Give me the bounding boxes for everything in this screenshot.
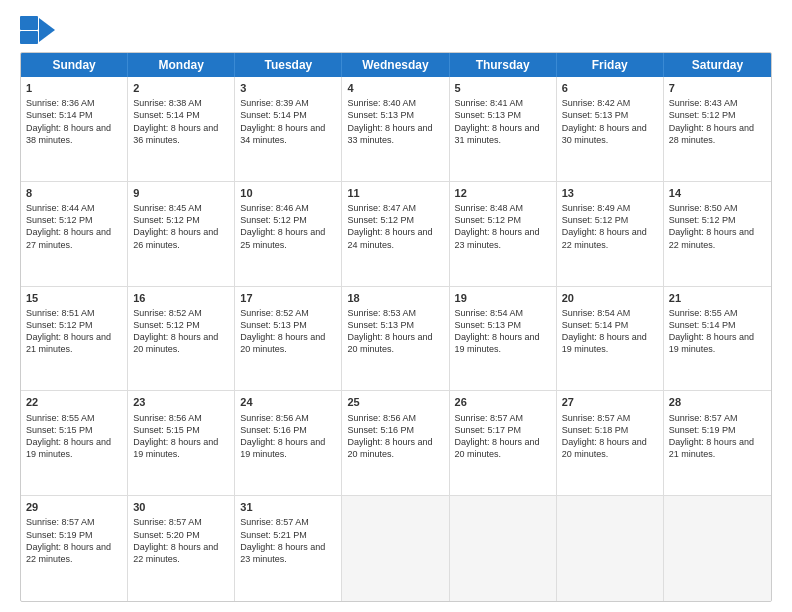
day-info: Sunrise: 8:45 AMSunset: 5:12 PMDaylight:… [133, 202, 229, 251]
day-info: Sunrise: 8:55 AMSunset: 5:14 PMDaylight:… [669, 307, 766, 356]
calendar-body: 1Sunrise: 8:36 AMSunset: 5:14 PMDaylight… [21, 77, 771, 601]
day-info: Sunrise: 8:46 AMSunset: 5:12 PMDaylight:… [240, 202, 336, 251]
day-number: 5 [455, 81, 551, 95]
day-number: 16 [133, 291, 229, 305]
day-cell-28: 28Sunrise: 8:57 AMSunset: 5:19 PMDayligh… [664, 391, 771, 495]
weekday-header-wednesday: Wednesday [342, 53, 449, 77]
day-number: 10 [240, 186, 336, 200]
week-row-1: 1Sunrise: 8:36 AMSunset: 5:14 PMDaylight… [21, 77, 771, 182]
day-number: 14 [669, 186, 766, 200]
weekday-header-friday: Friday [557, 53, 664, 77]
svg-rect-0 [20, 16, 38, 30]
day-number: 11 [347, 186, 443, 200]
day-number: 2 [133, 81, 229, 95]
day-info: Sunrise: 8:54 AMSunset: 5:13 PMDaylight:… [455, 307, 551, 356]
logo-icon [20, 16, 56, 44]
day-info: Sunrise: 8:36 AMSunset: 5:14 PMDaylight:… [26, 97, 122, 146]
day-number: 12 [455, 186, 551, 200]
day-info: Sunrise: 8:57 AMSunset: 5:19 PMDaylight:… [669, 412, 766, 461]
day-number: 30 [133, 500, 229, 514]
week-row-2: 8Sunrise: 8:44 AMSunset: 5:12 PMDaylight… [21, 182, 771, 287]
week-row-3: 15Sunrise: 8:51 AMSunset: 5:12 PMDayligh… [21, 287, 771, 392]
day-number: 6 [562, 81, 658, 95]
day-cell-31: 31Sunrise: 8:57 AMSunset: 5:21 PMDayligh… [235, 496, 342, 601]
day-cell-13: 13Sunrise: 8:49 AMSunset: 5:12 PMDayligh… [557, 182, 664, 286]
day-number: 1 [26, 81, 122, 95]
header [20, 16, 772, 44]
day-cell-4: 4Sunrise: 8:40 AMSunset: 5:13 PMDaylight… [342, 77, 449, 181]
day-cell-20: 20Sunrise: 8:54 AMSunset: 5:14 PMDayligh… [557, 287, 664, 391]
day-cell-30: 30Sunrise: 8:57 AMSunset: 5:20 PMDayligh… [128, 496, 235, 601]
day-cell-27: 27Sunrise: 8:57 AMSunset: 5:18 PMDayligh… [557, 391, 664, 495]
day-cell-5: 5Sunrise: 8:41 AMSunset: 5:13 PMDaylight… [450, 77, 557, 181]
day-info: Sunrise: 8:52 AMSunset: 5:13 PMDaylight:… [240, 307, 336, 356]
day-number: 8 [26, 186, 122, 200]
day-cell-8: 8Sunrise: 8:44 AMSunset: 5:12 PMDaylight… [21, 182, 128, 286]
day-info: Sunrise: 8:48 AMSunset: 5:12 PMDaylight:… [455, 202, 551, 251]
day-number: 26 [455, 395, 551, 409]
page: SundayMondayTuesdayWednesdayThursdayFrid… [0, 0, 792, 612]
day-cell-9: 9Sunrise: 8:45 AMSunset: 5:12 PMDaylight… [128, 182, 235, 286]
day-cell-25: 25Sunrise: 8:56 AMSunset: 5:16 PMDayligh… [342, 391, 449, 495]
day-cell-26: 26Sunrise: 8:57 AMSunset: 5:17 PMDayligh… [450, 391, 557, 495]
day-info: Sunrise: 8:51 AMSunset: 5:12 PMDaylight:… [26, 307, 122, 356]
day-info: Sunrise: 8:57 AMSunset: 5:18 PMDaylight:… [562, 412, 658, 461]
day-info: Sunrise: 8:50 AMSunset: 5:12 PMDaylight:… [669, 202, 766, 251]
weekday-header-sunday: Sunday [21, 53, 128, 77]
day-info: Sunrise: 8:57 AMSunset: 5:17 PMDaylight:… [455, 412, 551, 461]
day-info: Sunrise: 8:44 AMSunset: 5:12 PMDaylight:… [26, 202, 122, 251]
day-cell-24: 24Sunrise: 8:56 AMSunset: 5:16 PMDayligh… [235, 391, 342, 495]
calendar: SundayMondayTuesdayWednesdayThursdayFrid… [20, 52, 772, 602]
day-number: 22 [26, 395, 122, 409]
day-info: Sunrise: 8:55 AMSunset: 5:15 PMDaylight:… [26, 412, 122, 461]
day-number: 18 [347, 291, 443, 305]
day-cell-14: 14Sunrise: 8:50 AMSunset: 5:12 PMDayligh… [664, 182, 771, 286]
day-number: 24 [240, 395, 336, 409]
day-cell-19: 19Sunrise: 8:54 AMSunset: 5:13 PMDayligh… [450, 287, 557, 391]
svg-marker-2 [39, 18, 55, 42]
empty-cell [342, 496, 449, 601]
day-number: 25 [347, 395, 443, 409]
day-cell-15: 15Sunrise: 8:51 AMSunset: 5:12 PMDayligh… [21, 287, 128, 391]
day-number: 15 [26, 291, 122, 305]
day-info: Sunrise: 8:57 AMSunset: 5:21 PMDaylight:… [240, 516, 336, 565]
day-cell-23: 23Sunrise: 8:56 AMSunset: 5:15 PMDayligh… [128, 391, 235, 495]
day-info: Sunrise: 8:56 AMSunset: 5:15 PMDaylight:… [133, 412, 229, 461]
day-number: 20 [562, 291, 658, 305]
day-number: 9 [133, 186, 229, 200]
day-info: Sunrise: 8:41 AMSunset: 5:13 PMDaylight:… [455, 97, 551, 146]
day-cell-16: 16Sunrise: 8:52 AMSunset: 5:12 PMDayligh… [128, 287, 235, 391]
day-info: Sunrise: 8:54 AMSunset: 5:14 PMDaylight:… [562, 307, 658, 356]
day-number: 19 [455, 291, 551, 305]
day-number: 3 [240, 81, 336, 95]
day-cell-3: 3Sunrise: 8:39 AMSunset: 5:14 PMDaylight… [235, 77, 342, 181]
empty-cell [557, 496, 664, 601]
logo [20, 16, 58, 44]
day-cell-7: 7Sunrise: 8:43 AMSunset: 5:12 PMDaylight… [664, 77, 771, 181]
day-info: Sunrise: 8:43 AMSunset: 5:12 PMDaylight:… [669, 97, 766, 146]
day-number: 23 [133, 395, 229, 409]
day-number: 29 [26, 500, 122, 514]
day-info: Sunrise: 8:53 AMSunset: 5:13 PMDaylight:… [347, 307, 443, 356]
week-row-5: 29Sunrise: 8:57 AMSunset: 5:19 PMDayligh… [21, 496, 771, 601]
empty-cell [450, 496, 557, 601]
day-cell-17: 17Sunrise: 8:52 AMSunset: 5:13 PMDayligh… [235, 287, 342, 391]
day-number: 7 [669, 81, 766, 95]
day-cell-18: 18Sunrise: 8:53 AMSunset: 5:13 PMDayligh… [342, 287, 449, 391]
day-info: Sunrise: 8:38 AMSunset: 5:14 PMDaylight:… [133, 97, 229, 146]
day-cell-6: 6Sunrise: 8:42 AMSunset: 5:13 PMDaylight… [557, 77, 664, 181]
day-cell-10: 10Sunrise: 8:46 AMSunset: 5:12 PMDayligh… [235, 182, 342, 286]
day-number: 17 [240, 291, 336, 305]
day-info: Sunrise: 8:39 AMSunset: 5:14 PMDaylight:… [240, 97, 336, 146]
weekday-header-monday: Monday [128, 53, 235, 77]
day-number: 31 [240, 500, 336, 514]
day-info: Sunrise: 8:57 AMSunset: 5:19 PMDaylight:… [26, 516, 122, 565]
weekday-header-thursday: Thursday [450, 53, 557, 77]
day-info: Sunrise: 8:52 AMSunset: 5:12 PMDaylight:… [133, 307, 229, 356]
day-number: 27 [562, 395, 658, 409]
weekday-header-saturday: Saturday [664, 53, 771, 77]
week-row-4: 22Sunrise: 8:55 AMSunset: 5:15 PMDayligh… [21, 391, 771, 496]
day-info: Sunrise: 8:40 AMSunset: 5:13 PMDaylight:… [347, 97, 443, 146]
day-number: 21 [669, 291, 766, 305]
calendar-header: SundayMondayTuesdayWednesdayThursdayFrid… [21, 53, 771, 77]
